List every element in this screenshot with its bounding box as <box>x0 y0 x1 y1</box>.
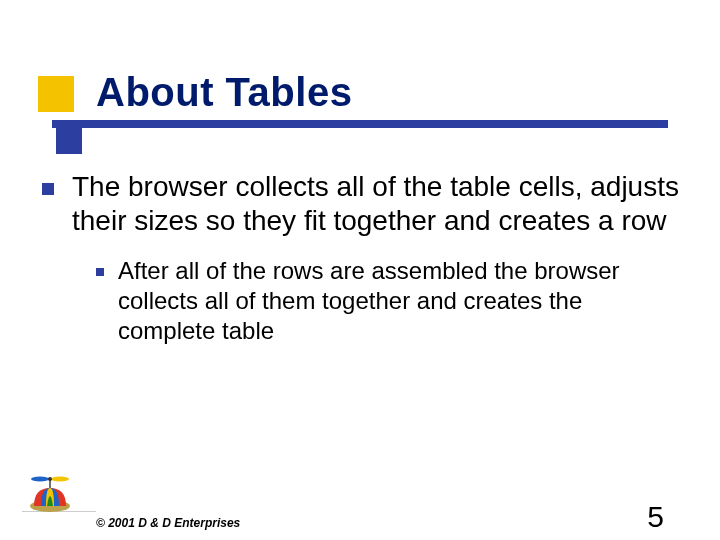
title-underline-bar <box>52 120 668 128</box>
square-bullet-icon <box>96 268 104 276</box>
svg-point-4 <box>48 477 52 481</box>
bullet-level2-text: After all of the rows are assembled the … <box>118 256 680 346</box>
slide: About Tables The browser collects all of… <box>0 0 720 540</box>
title-area: About Tables <box>0 70 720 152</box>
square-bullet-icon <box>42 183 54 195</box>
slide-title: About Tables <box>96 70 352 115</box>
svg-point-3 <box>51 476 69 481</box>
bullet-level2: After all of the rows are assembled the … <box>96 256 680 346</box>
page-number: 5 <box>647 500 664 534</box>
propeller-hat-icon <box>28 476 72 514</box>
footer: © 2001 D & D Enterprises 5 <box>0 484 720 540</box>
title-accent-yellow <box>38 76 74 112</box>
svg-point-2 <box>31 476 49 481</box>
body: The browser collects all of the table ce… <box>42 170 680 346</box>
copyright-text: © 2001 D & D Enterprises <box>96 516 240 530</box>
bullet-level1: The browser collects all of the table ce… <box>42 170 680 238</box>
bullet-level1-text: The browser collects all of the table ce… <box>72 170 680 238</box>
title-accent-blue <box>56 128 82 154</box>
